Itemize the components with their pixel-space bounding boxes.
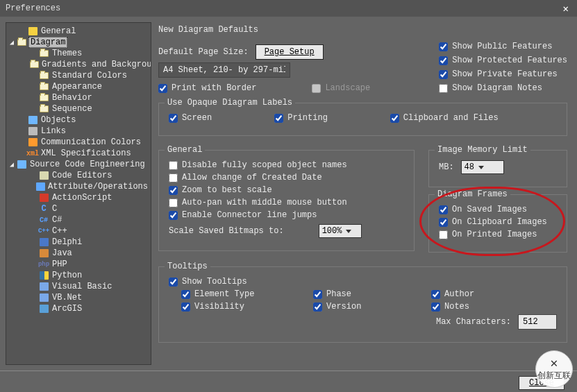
tt-author-checkbox[interactable]: Author (431, 289, 474, 299)
tt-visibility-checkbox[interactable]: Visibility (181, 302, 265, 312)
folder-icon (38, 71, 49, 80)
print-border-checkbox[interactable]: Print with Border (158, 83, 256, 93)
folder-icon (38, 49, 49, 58)
tree-item-label: Java (51, 248, 74, 258)
tree-item-label: C (51, 204, 58, 214)
tree-item-label: Communication Colors (40, 137, 142, 147)
show-public-checkbox[interactable]: Show Public Features (439, 42, 567, 51)
tree-item[interactable]: ◢Source Code Engineering (8, 159, 149, 170)
php-icon: php (38, 259, 49, 269)
tree-item[interactable]: xmlXML Specifications (8, 148, 149, 159)
titlebar: Preferences ✕ (0, 0, 577, 17)
tree-item-label: XML Specifications (40, 148, 133, 158)
show-notes-checkbox[interactable]: Show Diagram Notes (439, 83, 567, 93)
links-icon (27, 126, 38, 136)
frames-printed-checkbox[interactable]: On Printed Images (439, 230, 537, 239)
close-button[interactable]: Close (519, 376, 565, 390)
scale-bitmaps-combo[interactable]: 100% (319, 224, 362, 238)
tree-item-label: ActionScript (51, 193, 113, 203)
tree-item[interactable]: Behavior (8, 92, 149, 103)
tree-item-label: Python (51, 271, 83, 280)
chevron-down-icon (478, 166, 484, 169)
cpp-icon: C++ (38, 226, 49, 236)
tree-item-label: Appearance (51, 82, 103, 92)
tree-item-label: Standard Colors (51, 71, 128, 80)
tt-element-type-checkbox[interactable]: Element Type (181, 289, 265, 299)
tree-item[interactable]: Java (8, 248, 149, 259)
tt-notes-checkbox[interactable]: Notes (431, 302, 469, 312)
tree-item[interactable]: Sequence (8, 103, 149, 114)
frames-group: Diagram Frames On Saved Images On Clipbo… (428, 194, 567, 253)
tree-item-label: Source Code Engineering (28, 160, 147, 169)
expander-icon[interactable]: ◢ (8, 38, 16, 46)
expander-icon[interactable]: ◢ (8, 160, 16, 169)
folder-icon (30, 60, 39, 69)
tree-item[interactable]: Code Editors (8, 170, 149, 181)
tree-item-label: Sequence (51, 104, 94, 114)
frames-saved-checkbox[interactable]: On Saved Images (439, 205, 527, 214)
as-icon (38, 193, 49, 203)
category-tree[interactable]: General◢DiagramThemesGradients and Backg… (6, 22, 151, 365)
show-tooltips-checkbox[interactable]: Show Tooltips (169, 277, 247, 287)
general-legend: General (165, 145, 205, 155)
disable-scoped-checkbox[interactable]: Disable fully scoped object names (169, 160, 347, 170)
mb-combo[interactable]: 48 (461, 160, 504, 174)
tree-item[interactable]: Gradients and Background (8, 59, 149, 70)
opaque-printing-checkbox[interactable]: Printing (274, 113, 328, 123)
c-icon: C (38, 204, 49, 214)
tree-item[interactable]: Objects (8, 114, 149, 126)
tree-item[interactable]: VB.Net (8, 292, 149, 303)
frames-legend: Diagram Frames (435, 189, 510, 199)
landscape-checkbox[interactable]: Landscape (312, 83, 370, 93)
close-icon[interactable]: ✕ (560, 3, 571, 15)
tt-version-checkbox[interactable]: Version (313, 302, 383, 312)
show-protected-checkbox[interactable]: Show Protected Features (439, 56, 567, 65)
opaque-clipboard-checkbox[interactable]: Clipboard and Files (390, 113, 499, 123)
tree-item[interactable]: Visual Basic (8, 281, 149, 292)
tree-item-label: PHP (51, 259, 69, 269)
tree-item[interactable]: ActionScript (8, 192, 149, 203)
tree-item[interactable]: General (8, 26, 149, 37)
allow-date-checkbox[interactable]: Allow change of Created Date (169, 173, 322, 182)
tree-item[interactable]: C++C++ (8, 225, 149, 237)
cs-icon: C# (38, 215, 49, 225)
tree-item[interactable]: C#C# (8, 214, 149, 225)
tt-phase-checkbox[interactable]: Phase (313, 289, 383, 299)
folder-icon (16, 37, 27, 47)
tree-item-label: Attribute/Operations (47, 182, 149, 191)
tooltips-legend: Tooltips (165, 262, 210, 271)
page-setup-button[interactable]: Page Setup (256, 44, 324, 60)
window-title: Preferences (6, 3, 560, 13)
scale-bitmaps-label: Scale Saved Bitmaps to: (169, 226, 284, 236)
zoom-checkbox[interactable]: Zoom to best scale (169, 185, 272, 195)
memory-legend: Image Memory Limit (435, 145, 530, 155)
default-page-size-label: Default Page Size: (158, 47, 249, 57)
opaque-screen-checkbox[interactable]: Screen (169, 113, 212, 123)
show-private-checkbox[interactable]: Show Private Features (439, 69, 567, 79)
tree-item[interactable]: Themes (8, 48, 149, 59)
tree-item[interactable]: ◢Diagram (8, 37, 149, 48)
tree-item[interactable]: Communication Colors (8, 137, 149, 148)
objects-icon (27, 115, 38, 125)
tree-item[interactable]: Appearance (8, 81, 149, 92)
max-chars-label: Max Characters: (436, 317, 511, 327)
tree-item-label: Visual Basic (51, 282, 113, 291)
memory-group: Image Memory Limit MB: 48 (428, 150, 567, 187)
tree-item[interactable]: Attribute/Operations (8, 181, 149, 192)
tree-item-label: C# (51, 215, 63, 225)
tree-item[interactable]: Python (8, 270, 149, 281)
frames-clipboard-checkbox[interactable]: On Clipboard Images (439, 217, 547, 227)
java-icon (38, 248, 49, 258)
max-chars-field[interactable] (518, 314, 557, 330)
page-size-field[interactable] (158, 62, 290, 78)
tree-item[interactable]: Links (8, 126, 149, 137)
tree-item[interactable]: ArcGIS (8, 303, 149, 314)
tree-item[interactable]: CC (8, 203, 149, 214)
autopan-checkbox[interactable]: Auto-pan with middle mouse button (169, 198, 347, 207)
tree-item[interactable]: Delphi (8, 237, 149, 248)
dialog-body: General◢DiagramThemesGradients and Backg… (0, 17, 577, 370)
tree-item[interactable]: Standard Colors (8, 70, 149, 81)
tree-item[interactable]: phpPHP (8, 259, 149, 270)
connector-checkbox[interactable]: Enable Connector line jumps (169, 210, 317, 220)
delphi-icon (38, 237, 49, 247)
